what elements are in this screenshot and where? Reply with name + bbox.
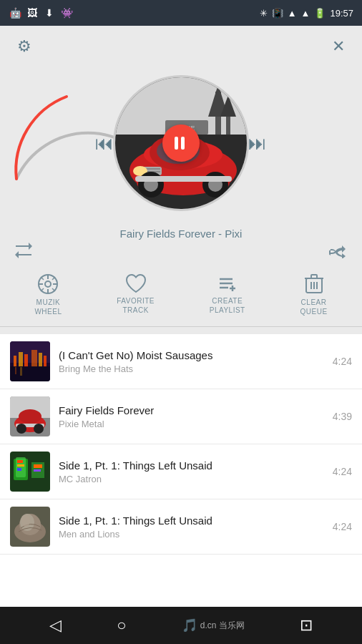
battery-icon: 🔋 (314, 8, 326, 19)
status-bar: 🤖 🖼 ⬇ 👾 ✳ 📳 ▲ ▲ 🔋 19:57 (0, 0, 362, 26)
repeat-shuffle (0, 243, 362, 262)
svg-point-58 (19, 409, 41, 424)
track-item[interactable]: Side 1, Pt. 1: Things Left Unsaid MC Jat… (0, 444, 362, 499)
create-playlist-button[interactable]: CreatePlaylist (210, 273, 245, 316)
create-playlist-icon (217, 273, 238, 293)
muzik-wheel-button[interactable]: MuzikWheel (34, 273, 62, 316)
repeat-button[interactable] (14, 243, 33, 262)
clock: 19:57 (330, 8, 353, 19)
track-info: Fairy Fields Forever Pixie Metal (59, 404, 324, 429)
prev-button[interactable]: ⏮ (95, 134, 114, 152)
shuffle-icon (329, 243, 348, 258)
muzik-wheel-icon (37, 273, 59, 295)
vibrate-icon: 📳 (272, 8, 283, 19)
recents-button[interactable]: ⊡ (300, 616, 313, 635)
track-name: Side 1, Pt. 1: Things Left Unsaid (59, 514, 324, 527)
bottom-nav: ◁ ○ 🎵 d.cn 当乐网 ⊡ (0, 607, 362, 644)
svg-rect-66 (17, 464, 24, 467)
pause-button[interactable] (162, 125, 200, 162)
track-duration: 4:24 (333, 466, 352, 477)
track-artist: Bring Me the Hats (59, 364, 324, 374)
track-duration: 4:39 (333, 411, 352, 422)
track-thumbnail (10, 452, 50, 492)
logo-icon: 🎵 (182, 618, 197, 633)
track-info: (I Can't Get No) Moist Sausages Bring Me… (59, 349, 324, 374)
song-title: Fairy Fields Forever - Pixi (0, 222, 362, 243)
track-thumbnail (10, 341, 50, 381)
track-artist: Pixie Metal (59, 419, 324, 429)
logo-text: d.cn 当乐网 (200, 620, 245, 632)
track-artist: MC Jatron (59, 474, 324, 484)
svg-rect-19 (135, 176, 232, 182)
clear-queue-icon (305, 273, 323, 295)
svg-point-23 (45, 281, 51, 287)
shuffle-button[interactable] (329, 243, 348, 262)
settings-button[interactable]: ⚙ (14, 34, 34, 59)
photo-icon: 🖼 (26, 6, 39, 19)
track-info: Side 1, Pt. 1: Things Left Unsaid Men an… (59, 514, 324, 540)
track-item[interactable]: Side 1, Pt. 1: Things Left Unsaid Men an… (0, 499, 362, 555)
create-playlist-label: CreatePlaylist (210, 296, 245, 315)
track-duration: 4:24 (333, 356, 352, 367)
track-thumbnail (10, 507, 50, 547)
bluetooth-icon: ✳ (260, 8, 268, 19)
status-icons-left: 🤖 🖼 ⬇ 👾 (9, 6, 73, 19)
svg-rect-69 (34, 464, 42, 468)
pause-icon (175, 137, 187, 150)
favorite-track-label: FavoriteTrack (117, 296, 155, 315)
svg-rect-53 (20, 367, 22, 376)
track-item[interactable]: Fairy Fields Forever Pixie Metal 4:39 (0, 389, 362, 444)
svg-rect-39 (311, 275, 317, 278)
favorite-track-icon (125, 273, 147, 293)
signal-icon: ▲ (301, 8, 310, 19)
track-artist: Men and Lions (59, 529, 324, 540)
svg-point-60 (16, 424, 26, 434)
track-name: Fairy Fields Forever (59, 404, 324, 416)
clear-queue-label: ClearQueue (300, 298, 328, 316)
svg-rect-70 (34, 469, 41, 472)
status-icons-right: ✳ 📳 ▲ ▲ 🔋 19:57 (260, 8, 353, 19)
svg-point-61 (34, 424, 44, 434)
home-button[interactable]: ○ (117, 616, 126, 635)
back-button[interactable]: ◁ (49, 616, 62, 635)
track-thumbnail (10, 396, 50, 436)
track-info: Side 1, Pt. 1: Things Left Unsaid MC Jat… (59, 459, 324, 484)
track-name: Side 1, Pt. 1: Things Left Unsaid (59, 459, 324, 472)
svg-rect-48 (31, 350, 37, 367)
favorite-track-button[interactable]: FavoriteTrack (117, 273, 155, 316)
close-button[interactable]: ✕ (329, 34, 348, 59)
app-logo: 🎵 d.cn 当乐网 (182, 618, 245, 633)
wifi-icon: ▲ (288, 8, 297, 19)
repeat-icon (14, 243, 33, 258)
svg-rect-49 (39, 353, 42, 367)
svg-rect-46 (19, 352, 23, 367)
svg-rect-52 (15, 367, 16, 374)
svg-point-75 (21, 515, 30, 527)
action-row: MuzikWheel FavoriteTrack CreatePlaylist (0, 266, 362, 327)
clear-queue-button[interactable]: ClearQueue (300, 273, 328, 316)
download-icon: ⬇ (43, 6, 56, 19)
next-button[interactable]: ⏭ (248, 134, 267, 152)
svg-rect-47 (24, 354, 28, 367)
svg-rect-65 (17, 460, 23, 463)
track-list: (I Can't Get No) Moist Sausages Bring Me… (0, 334, 362, 644)
track-name: (I Can't Get No) Moist Sausages (59, 349, 324, 361)
player-container: ⚙ ✕ (0, 26, 362, 334)
svg-rect-67 (17, 468, 21, 471)
track-duration: 4:24 (333, 521, 352, 532)
svg-rect-45 (14, 356, 16, 367)
track-item[interactable]: (I Can't Get No) Moist Sausages Bring Me… (0, 334, 362, 389)
alarm-icon: 🤖 (9, 6, 21, 19)
top-controls: ⚙ ✕ (0, 26, 362, 64)
muzik-wheel-label: MuzikWheel (34, 298, 62, 316)
android-icon: 👾 (60, 6, 73, 19)
svg-rect-50 (44, 356, 47, 367)
arc-container: PIXIE ⏮ ⏭ (88, 64, 274, 222)
